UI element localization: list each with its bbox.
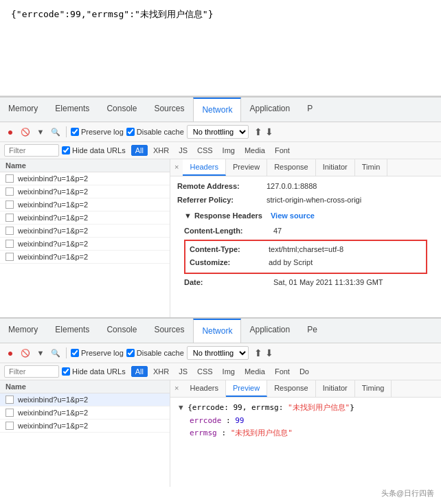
filter-css-top[interactable]: CSS <box>193 145 217 156</box>
filter-xhr-top[interactable]: XHR <box>149 145 173 156</box>
preserve-log-checkbox-top[interactable] <box>71 128 79 136</box>
disable-cache-checkbox-bottom[interactable] <box>126 349 135 357</box>
separator-2 <box>66 347 67 358</box>
record-button-top[interactable]: ● <box>4 126 16 138</box>
tab-memory-bottom[interactable]: Memory <box>0 319 47 343</box>
response-headers-section[interactable]: ▼ Response Headers View source <box>177 207 434 225</box>
filter-img-top[interactable]: Img <box>218 145 239 156</box>
filter-input-bottom[interactable] <box>4 365 59 378</box>
tab-console-bottom[interactable]: Console <box>98 319 146 343</box>
detail-tabs-top: × Headers Preview Response Initiator Tim… <box>170 159 441 176</box>
content-type-label: Content-Type: <box>190 244 269 256</box>
detail-panel-bottom: × Headers Preview Response Initiator Tim… <box>170 380 441 487</box>
tab-timing-bottom[interactable]: Timing <box>355 380 392 397</box>
filter-font-bottom[interactable]: Font <box>271 366 294 377</box>
list-item[interactable]: weixinbind?u=1&p=2 <box>0 185 170 198</box>
tab-response-top[interactable]: Response <box>267 159 316 176</box>
clear-button-top[interactable]: 🚫 <box>19 126 32 138</box>
throttle-select-top[interactable]: No throttling <box>187 125 249 139</box>
json-root-line[interactable]: ▼ {errcode: 99, errmsg: "未找到用户信息"} <box>179 402 433 415</box>
preserve-log-label-bottom[interactable]: Preserve log <box>71 349 124 357</box>
upload-icon-top[interactable]: ⬆ <box>254 126 262 137</box>
throttle-select-bottom[interactable]: No throttling <box>187 346 249 360</box>
filter-js-top[interactable]: JS <box>174 145 192 156</box>
filter-icon-bottom[interactable]: ▼ <box>34 347 47 359</box>
detail-close-bottom[interactable]: × <box>170 380 183 397</box>
tab-elements-top[interactable]: Elements <box>47 98 98 122</box>
view-source-link[interactable]: View source <box>271 210 315 222</box>
disable-cache-label-bottom[interactable]: Disable cache <box>126 349 184 357</box>
tab-memory-top[interactable]: Memory <box>0 98 47 122</box>
filter-css-bottom[interactable]: CSS <box>193 366 217 377</box>
disable-cache-label-top[interactable]: Disable cache <box>126 128 184 136</box>
tab-performance-bottom[interactable]: Pe <box>299 319 326 343</box>
disable-cache-checkbox-top[interactable] <box>126 128 135 136</box>
download-icon-bottom[interactable]: ⬇ <box>265 347 273 358</box>
preserve-log-checkbox-bottom[interactable] <box>71 349 79 357</box>
clear-button-bottom[interactable]: 🚫 <box>19 347 32 359</box>
filter-media-bottom[interactable]: Media <box>240 366 269 377</box>
tab-network-bottom[interactable]: Network <box>193 319 241 343</box>
filter-input-top[interactable] <box>4 144 59 157</box>
list-item[interactable]: weixinbind?u=1&p=2 <box>0 198 170 211</box>
filter-doc-bottom[interactable]: Do <box>295 366 313 377</box>
tab-initiator-bottom[interactable]: Initiator <box>316 380 355 397</box>
filter-icon-top[interactable]: ▼ <box>34 126 47 138</box>
tab-performance-top[interactable]: P <box>299 98 321 122</box>
filter-js-bottom[interactable]: JS <box>174 366 192 377</box>
list-item[interactable]: weixinbind?u=1&p=2 <box>0 393 170 406</box>
download-icon-top[interactable]: ⬇ <box>265 126 273 137</box>
list-item[interactable]: weixinbind?u=1&p=2 <box>0 420 170 433</box>
list-item[interactable]: weixinbind?u=1&p=2 <box>0 238 170 251</box>
devtools-panel-top: Memory Elements Console Sources Network … <box>0 96 441 317</box>
preserve-log-label-top[interactable]: Preserve log <box>71 128 124 136</box>
list-item[interactable]: weixinbind?u=1&p=2 <box>0 225 170 238</box>
detail-row-content-length: Content-Length: 47 <box>184 225 427 238</box>
tab-headers-bottom[interactable]: Headers <box>183 380 226 397</box>
detail-row-remote-address: Remote Address: 127.0.0.1:8888 <box>177 181 434 193</box>
tab-elements-bottom[interactable]: Elements <box>47 319 98 343</box>
tab-initiator-top[interactable]: Initiator <box>316 159 355 176</box>
filter-font-top[interactable]: Font <box>271 145 294 156</box>
filter-img-bottom[interactable]: Img <box>218 366 239 377</box>
tab-console-top[interactable]: Console <box>98 98 146 122</box>
customize-value: add by Script <box>269 257 313 269</box>
list-item[interactable]: weixinbind?u=1&p=2 <box>0 406 170 420</box>
tab-timing-top[interactable]: Timin <box>355 159 387 176</box>
detail-tabs-bottom: × Headers Preview Response Initiator Tim… <box>170 380 441 398</box>
file-checkbox <box>5 227 14 235</box>
tab-preview-top[interactable]: Preview <box>226 159 267 176</box>
tab-response-bottom[interactable]: Response <box>267 380 316 397</box>
hide-data-urls-label-bottom[interactable]: Hide data URLs <box>62 367 126 376</box>
list-item[interactable]: weixinbind?u=1&p=2 <box>0 251 170 264</box>
record-button-bottom[interactable]: ● <box>4 347 16 359</box>
filter-bar-top: Hide data URLs All XHR JS CSS Img Media … <box>0 142 441 159</box>
highlighted-content-type: Content-Type: text/html;charset=utf-8 <box>190 244 422 256</box>
tab-sources-top[interactable]: Sources <box>146 98 193 122</box>
tab-preview-bottom[interactable]: Preview <box>226 380 267 397</box>
tab-application-bottom[interactable]: Application <box>241 319 299 343</box>
search-button-top[interactable]: 🔍 <box>49 126 62 138</box>
hide-data-urls-checkbox-top[interactable] <box>62 146 70 154</box>
detail-close-top[interactable]: × <box>170 159 183 176</box>
filter-all-bottom[interactable]: All <box>131 366 148 377</box>
content-type-value: text/html;charset=utf-8 <box>269 244 343 256</box>
hide-data-urls-label-top[interactable]: Hide data URLs <box>62 146 126 154</box>
tab-application-top[interactable]: Application <box>241 98 299 122</box>
search-button-bottom[interactable]: 🔍 <box>49 347 62 359</box>
filter-media-top[interactable]: Media <box>240 145 269 156</box>
hide-data-urls-checkbox-bottom[interactable] <box>62 367 70 376</box>
toolbar-bottom: ● 🚫 ▼ 🔍 Preserve log Disable cache No th… <box>0 343 441 363</box>
filter-xhr-bottom[interactable]: XHR <box>149 366 173 377</box>
errcode-value: 99 <box>235 416 244 425</box>
upload-icon-bottom[interactable]: ⬆ <box>254 347 262 358</box>
tab-headers-top[interactable]: Headers <box>183 159 226 176</box>
json-response-text: {"errcode":99,"errmsg":"未找到用户信息"} <box>11 9 214 19</box>
file-checkbox <box>5 187 14 196</box>
tab-network-top[interactable]: Network <box>193 98 241 122</box>
list-item[interactable]: weixinbind?u=1&p=2 <box>0 211 170 225</box>
file-checkbox <box>5 396 14 404</box>
tab-sources-bottom[interactable]: Sources <box>146 319 193 343</box>
filter-all-top[interactable]: All <box>131 145 148 156</box>
list-item[interactable]: weixinbind?u=1&p=2 <box>0 172 170 185</box>
